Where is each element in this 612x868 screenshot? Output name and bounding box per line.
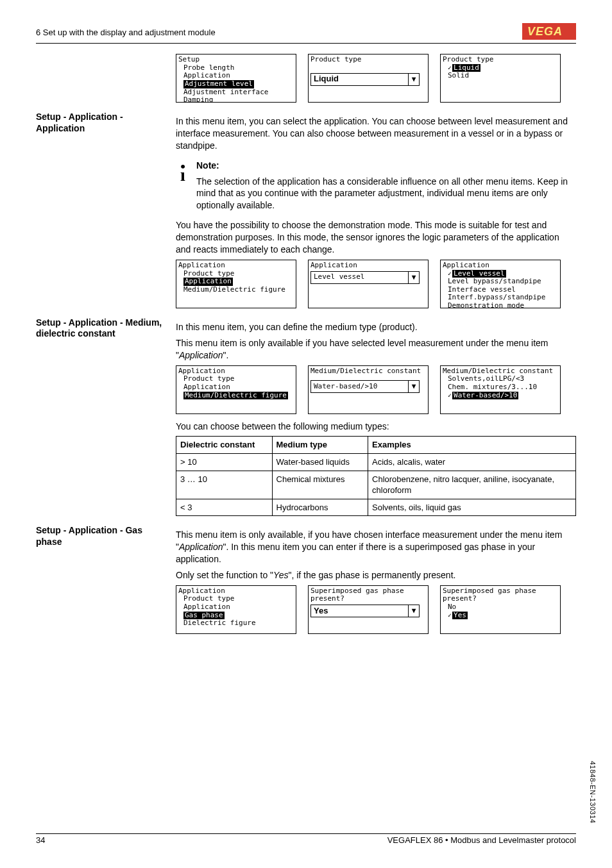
page-header: 6 Set up with the display and adjustment… <box>36 23 576 44</box>
header-chapter: 6 Set up with the display and adjustment… <box>36 28 216 37</box>
application-dropdown[interactable]: Level vessel ▼ <box>310 271 420 284</box>
medium-dropdown[interactable]: Water-based/>10 ▼ <box>310 380 420 393</box>
lcd-medium-menu: Application Product type Application Med… <box>176 365 296 414</box>
th-examples: Examples <box>368 437 576 454</box>
lcd-setup-menu: Setup Probe length Application Adjustmen… <box>176 54 296 103</box>
lcd-gas-options: Superimposed gas phase present? No Yes <box>440 585 561 634</box>
lcd-group-product-type: Setup Probe length Application Adjustmen… <box>176 54 576 103</box>
table-row: > 10 Water-based liquids Acids, alcalis,… <box>176 454 576 471</box>
para-application-intro: In this menu item, you can select the ap… <box>176 115 576 152</box>
lcd-application-select: Application Level vessel ▼ <box>308 260 429 308</box>
lcd-medium-select: Medium/Dielectric constant Water-based/>… <box>308 365 429 414</box>
lcd-gas-menu: Application Product type Application Gas… <box>176 585 296 634</box>
th-dielectric: Dielectric constant <box>176 437 273 454</box>
medium-types-table: Dielectric constant Medium type Examples… <box>176 436 576 516</box>
lcd-gas-select: Superimposed gas phase present? Yes ▼ <box>308 585 429 634</box>
para-medium-availability: This menu item is only available if you … <box>176 337 576 362</box>
lcd-application-menu: Application Product type Application Med… <box>176 260 296 308</box>
chevron-down-icon: ▼ <box>408 381 419 392</box>
lcd-medium-options: Medium/Dielectric constant Solvents,oilL… <box>440 365 561 414</box>
brand-logo: VEGA <box>522 23 576 42</box>
heading-setup-application-application: Setup - Application - Application <box>36 112 176 308</box>
gas-phase-dropdown[interactable]: Yes ▼ <box>310 605 420 617</box>
para-medium-define: In this menu item, you can define the me… <box>176 321 576 333</box>
lcd-product-type-select: Product type Liquid ▼ <box>308 54 429 103</box>
para-gas-yes: Only set the function to "Yes", if the g… <box>176 569 576 581</box>
lcd-group-medium: Application Product type Application Med… <box>176 365 576 414</box>
heading-setup-medium: Setup - Application - Medium, dielectric… <box>36 317 176 516</box>
th-medium-type: Medium type <box>272 437 368 454</box>
product-type-dropdown[interactable]: Liquid ▼ <box>310 73 420 86</box>
lcd-group-application: Application Product type Application Med… <box>176 260 576 308</box>
chevron-down-icon: ▼ <box>408 605 419 617</box>
heading-setup-gas-phase: Setup - Application - Gas phase <box>36 525 176 634</box>
svg-text:VEGA: VEGA <box>527 25 563 38</box>
table-row: 3 … 10 Chemical mixtures Chlorobenzene, … <box>176 471 576 499</box>
chevron-down-icon: ▼ <box>408 74 419 85</box>
page-footer: 34 VEGAFLEX 86 • Modbus and Levelmaster … <box>36 833 576 845</box>
note-para-1: The selection of the application has a c… <box>196 176 576 212</box>
chevron-down-icon: ▼ <box>408 272 419 283</box>
footer-product: VEGAFLEX 86 • Modbus and Levelmaster pro… <box>387 835 576 845</box>
page-number: 34 <box>36 835 45 845</box>
note-heading: Note: <box>196 160 576 172</box>
note-para-2: You have the possibility to choose the d… <box>176 219 576 256</box>
lcd-group-gas-phase: Application Product type Application Gas… <box>176 585 576 634</box>
lcd-product-type-options: Product type Liquid Solid <box>440 54 561 103</box>
lcd-application-options: Application Level vessel Level bypass/st… <box>440 260 561 308</box>
para-gas-availability: This menu item is only available, if you… <box>176 529 576 565</box>
doc-id-vertical: 41848-EN-130314 <box>589 761 597 823</box>
info-icon: •ı <box>176 160 190 216</box>
medium-types-intro: You can choose between the following med… <box>176 421 576 433</box>
table-row: < 3 Hydrocarbons Solvents, oils, liquid … <box>176 499 576 516</box>
